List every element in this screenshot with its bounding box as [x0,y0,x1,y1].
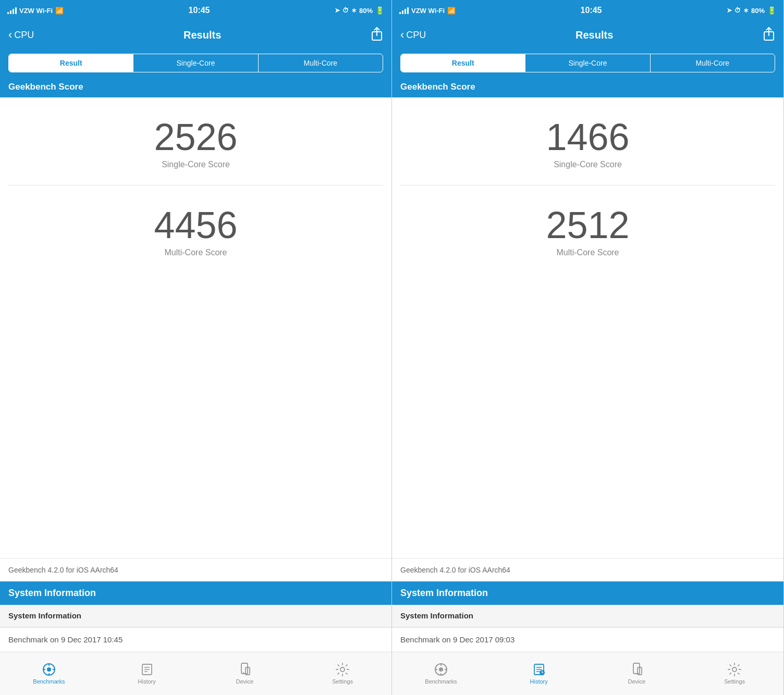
bluetooth-icon: ∗ [351,7,357,14]
geekbench-header-left: Geekbench Score [0,79,391,97]
phone-panel-left: VZW Wi-Fi 📶 10:45 ➤ ⏱ ∗ 80% 🔋 ‹ CPU Resu… [0,0,392,695]
tab-device-label-left: Device [236,678,254,685]
version-info-right: Geekbench 4.2.0 for iOS AArch64 [392,558,783,581]
nav-bar-right: ‹ CPU Results [392,21,783,49]
back-label-right: CPU [406,30,426,41]
nav-title-right: Results [575,29,613,41]
tab-single-core-right[interactable]: Single-Core [525,54,650,72]
sys-info-header-left: System Information [0,581,391,605]
tab-device-label-right: Device [628,678,646,685]
multi-core-block-right: 2512 Multi-Core Score [392,185,783,273]
segment-bar-left: Result Single-Core Multi-Core [0,49,391,79]
chevron-left-icon-right: ‹ [400,29,404,41]
svg-point-15 [340,667,345,672]
multi-core-score-right: 2512 [546,206,629,244]
sys-info-header-right: System Information [392,581,783,605]
back-label-left: CPU [14,30,34,41]
tab-settings-right[interactable]: Settings [685,658,783,685]
svg-point-19 [439,667,443,672]
battery-label-right: 80% [751,7,765,15]
tab-result-left[interactable]: Result [9,54,133,72]
tab-device-left[interactable]: Device [196,658,294,685]
nav-bar-left: ‹ CPU Results [0,21,391,49]
benchmark-date-row-right: Benchmark on 9 Dec 2017 09:03 [392,627,783,652]
status-right-right: ➤ ⏱ ∗ 80% 🔋 [727,6,776,15]
version-info-left: Geekbench 4.2.0 for iOS AArch64 [0,558,391,581]
tab-history-left[interactable]: History [98,658,196,685]
status-bar-left: VZW Wi-Fi 📶 10:45 ➤ ⏱ ∗ 80% 🔋 [0,0,391,21]
tab-settings-left[interactable]: Settings [293,658,391,685]
sys-info-header-text-left: System Information [8,588,96,598]
benchmark-date-text-right: Benchmark on 9 Dec 2017 09:03 [400,635,514,644]
tab-multi-core-right[interactable]: Multi-Core [651,54,775,72]
sys-info-row-text-right: System Information [400,611,473,620]
back-button-left[interactable]: ‹ CPU [8,30,34,41]
status-bar-right: VZW Wi-Fi 📶 10:45 ➤ ⏱ ∗ 80% 🔋 [392,0,783,21]
status-left-right: VZW Wi-Fi 📶 [399,7,456,15]
nav-title-left: Results [183,29,221,41]
tab-history-right[interactable]: History [490,658,588,685]
segment-control-left: Result Single-Core Multi-Core [8,54,383,72]
single-core-block-right: 1466 Single-Core Score [392,97,783,185]
geekbench-header-text-right: Geekbench Score [400,82,475,92]
geekbench-header-text-left: Geekbench Score [8,82,83,92]
tab-settings-label-right: Settings [724,678,745,685]
carrier-label: VZW Wi-Fi [19,7,53,15]
sys-info-row-left: System Information [0,605,391,627]
share-button-right[interactable] [763,27,775,44]
scores-area-right: 1466 Single-Core Score 2512 Multi-Core S… [392,97,783,558]
tab-multi-core-left[interactable]: Multi-Core [259,54,383,72]
tab-bar-left: Benchmarks History Device [0,652,391,695]
status-left: VZW Wi-Fi 📶 [7,7,64,15]
svg-point-3 [47,667,51,672]
wifi-icon-right: 📶 [447,7,456,15]
tab-benchmarks-label-right: Benchmarks [425,678,457,685]
single-core-score-right: 1466 [546,118,629,156]
location-icon-right: ➤ [727,7,732,14]
segment-control-right: Result Single-Core Multi-Core [400,54,775,72]
battery-icon-right: 🔋 [767,6,776,15]
tab-benchmarks-right[interactable]: Benchmarks [392,658,490,685]
tab-bar-right: Benchmarks History Device [392,652,783,695]
tab-benchmarks-left[interactable]: Benchmarks [0,658,98,685]
single-core-label-right: Single-Core Score [554,160,622,169]
sys-info-row-right: System Information [392,605,783,627]
tab-history-label-right: History [530,678,548,685]
tab-settings-label-left: Settings [332,678,353,685]
svg-point-33 [732,667,737,672]
tab-single-core-left[interactable]: Single-Core [133,54,258,72]
share-button-left[interactable] [371,27,383,44]
bluetooth-icon-right: ∗ [743,7,749,14]
segment-bar-right: Result Single-Core Multi-Core [392,49,783,79]
multi-core-label-left: Multi-Core Score [164,248,227,257]
phone-panel-right: VZW Wi-Fi 📶 10:45 ➤ ⏱ ∗ 80% 🔋 ‹ CPU Resu… [392,0,784,695]
sys-info-header-text-right: System Information [400,588,488,598]
time-label-right: 10:45 [581,6,602,15]
wifi-icon: 📶 [55,7,64,15]
back-button-right[interactable]: ‹ CPU [400,30,426,41]
svg-rect-31 [633,663,640,674]
battery-icon: 🔋 [375,6,384,15]
single-core-block-left: 2526 Single-Core Score [0,97,391,185]
tab-history-label-left: History [138,678,156,685]
location-icon: ➤ [335,7,340,14]
alarm-icon-right: ⏱ [734,7,741,14]
benchmark-date-row-left: Benchmark on 9 Dec 2017 10:45 [0,627,391,652]
alarm-icon: ⏱ [342,7,349,14]
scores-area-left: 2526 Single-Core Score 4456 Multi-Core S… [0,97,391,558]
chevron-left-icon: ‹ [8,29,12,41]
multi-core-block-left: 4456 Multi-Core Score [0,185,391,273]
signal-bars-icon [7,7,17,14]
status-right: ➤ ⏱ ∗ 80% 🔋 [335,6,384,15]
tab-benchmarks-label-left: Benchmarks [33,678,65,685]
tab-device-right[interactable]: Device [588,658,686,685]
multi-core-label-right: Multi-Core Score [556,248,619,257]
svg-rect-12 [241,663,248,674]
multi-core-score-left: 4456 [154,206,237,244]
single-core-label-left: Single-Core Score [162,160,230,169]
signal-bars-icon-right [399,7,409,14]
tab-result-right[interactable]: Result [401,54,525,72]
battery-label: 80% [359,7,373,15]
geekbench-header-right: Geekbench Score [392,79,783,97]
single-core-score-left: 2526 [154,118,237,156]
